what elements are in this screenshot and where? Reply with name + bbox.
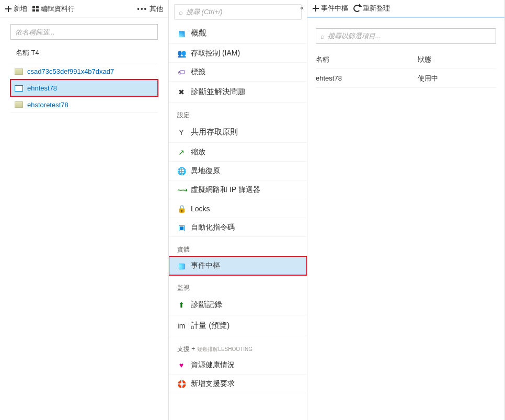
menu-label: 縮放 [191,147,205,157]
event-hubs-panel: 事件中樞 重新整理 ⌕ 搜尋以篩選項目... 名稱 狀態 ehtest78 使用… [307,0,505,420]
left-toolbar: 新增 編輯資料行 ••• 其他 [0,0,168,18]
row-status: 使用中 [418,74,496,83]
group-support: 支援 +疑難排解LESHOOTING [169,336,307,356]
lock-icon: 🔒 [177,205,186,213]
refresh-icon [353,5,361,12]
right-toolbar: 事件中樞 重新整理 [307,0,504,18]
diagnostic-icon: ⬆ [177,301,186,309]
menu-diagnose[interactable]: ✖ 診斷並解決問題 [169,82,307,103]
menu-support-request[interactable]: 🛟 新增支援要求 [169,374,307,393]
menu-label: 事件中樞 [191,261,220,270]
add-event-hub-button[interactable]: 事件中樞 [313,4,348,13]
menu-label: 標籤 [191,67,205,77]
resource-label: csad73c53def991x4b7dxad7 [27,67,114,75]
resource-label: ehstoretest78 [27,101,68,109]
search-placeholder: 搜尋 (Ctrl+/) [186,7,223,17]
menu-label: 存取控制 (IAM) [191,49,240,58]
automation-icon: ▣ [177,223,186,232]
row-name: ehtest78 [316,74,418,82]
iam-icon: 👥 [177,49,186,58]
menu-label: 虛擬網路和 IP 篩選器 [191,185,260,195]
refresh-button[interactable]: 重新整理 [353,4,390,13]
menu-event-hubs[interactable]: ▦ 事件中樞 [169,256,307,275]
menu-label: Locks [191,205,210,213]
table-header: 名稱 狀態 [316,50,496,69]
table-row[interactable]: ehtest78 使用中 [316,69,496,88]
menu-shared-access[interactable]: Y 共用存取原則 [169,122,307,143]
eventhub-namespace-icon [15,85,23,92]
menu-label: 概觀 [191,28,206,38]
resource-list-panel: 新增 編輯資料行 ••• 其他 名稱 T4 csad73c53def991x4b… [0,0,169,420]
menu-locks[interactable]: 🔒 Locks [169,199,307,218]
menu-label: 新增支援要求 [191,379,235,389]
resource-menu-panel: « ⌕ 搜尋 (Ctrl+/) ▦ 概觀 👥 存取控制 (IAM) 🏷 標籤 ✖… [169,0,307,420]
resource-item[interactable]: ehstoretest78 [10,96,158,113]
plus-icon [5,6,12,12]
group-entities: 實體 [169,237,307,256]
menu-resource-health[interactable]: ♥ 資源健康情況 [169,356,307,374]
menu-label: 異地復原 [191,166,220,176]
collapse-icon[interactable]: « [300,4,304,12]
plus-icon [313,5,319,12]
col-name[interactable]: 名稱 [316,55,418,64]
group-monitor: 監視 [169,275,307,294]
resource-item[interactable]: ehntest78 [10,80,158,96]
tag-icon: 🏷 [177,68,186,76]
health-icon: ♥ [177,361,186,369]
key-icon: Y [177,128,186,137]
menu-tags[interactable]: 🏷 標籤 [169,63,307,82]
menu-scale[interactable]: ↗ 縮放 [169,143,307,162]
search-icon: ⌕ [179,8,183,16]
menu-automation[interactable]: ▣ 自動化指令碼 [169,218,307,237]
add-event-hub-label: 事件中樞 [321,4,348,13]
menu-diag-logs[interactable]: ⬆ 診斷記錄 [169,294,307,315]
filter-by-name[interactable] [10,24,158,40]
resource-label: ehntest78 [27,84,57,92]
search-icon: ⌕ [320,32,325,40]
overview-icon: ▦ [177,29,186,38]
menu-iam[interactable]: 👥 存取控制 (IAM) [169,44,307,63]
network-icon: ⟿ [177,186,186,194]
scale-icon: ↗ [177,148,186,156]
columns-icon [32,6,39,12]
menu-label: 診斷並解決問題 [191,87,246,97]
menu-label: 診斷記錄 [191,300,222,310]
support-icon: 🛟 [177,380,186,388]
column-header-name[interactable]: 名稱 T4 [0,46,168,63]
storage-icon [15,69,23,75]
resource-list: csad73c53def991x4b7dxad7 ehntest78 ehsto… [0,63,168,113]
eventhub-icon: ▦ [177,262,186,270]
menu-label: 共用存取原則 [191,127,238,137]
ellipsis-icon: ••• [137,5,147,13]
menu-search[interactable]: ⌕ 搜尋 (Ctrl+/) [174,4,302,20]
storage-icon [15,101,23,108]
resource-item[interactable]: csad73c53def991x4b7dxad7 [10,63,158,80]
filter-input[interactable] [15,28,153,36]
globe-icon: 🌐 [177,167,186,175]
edit-columns-label: 編輯資料行 [41,4,75,14]
metrics-icon: im [177,322,186,330]
menu-label: 計量 (預覽) [191,321,229,331]
tools-icon: ✖ [177,88,186,96]
edit-columns-button[interactable]: 編輯資料行 [32,4,75,14]
menu-overview[interactable]: ▦ 概觀 [169,23,307,44]
more-button[interactable]: ••• 其他 [137,4,163,14]
menu-metrics[interactable]: im 計量 (預覽) [169,315,307,336]
refresh-label: 重新整理 [363,4,390,13]
menu-geo-recovery[interactable]: 🌐 異地復原 [169,162,307,180]
add-button[interactable]: 新增 [5,4,27,14]
event-hubs-table: 名稱 狀態 ehtest78 使用中 [316,50,496,88]
more-label: 其他 [150,4,163,14]
filter-placeholder: 搜尋以篩選項目... [328,31,381,41]
col-status[interactable]: 狀態 [418,55,496,64]
filter-items[interactable]: ⌕ 搜尋以篩選項目... [316,28,496,44]
add-label: 新增 [14,4,27,14]
group-settings: 設定 [169,103,307,122]
menu-vnet[interactable]: ⟿ 虛擬網路和 IP 篩選器 [169,180,307,199]
menu-label: 自動化指令碼 [191,223,235,232]
menu-label: 資源健康情況 [191,360,235,370]
